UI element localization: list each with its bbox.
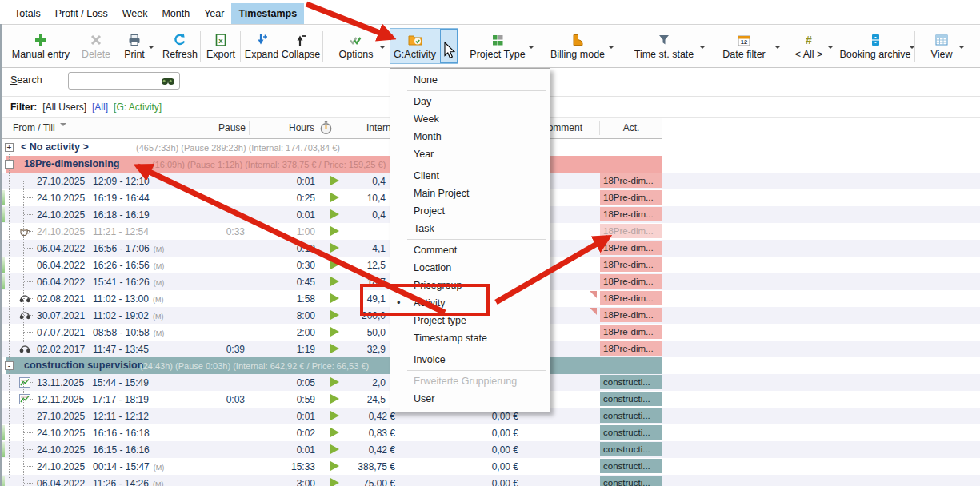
svg-text:#: # — [806, 34, 812, 46]
activity-badge: constructi... — [600, 442, 662, 456]
internal-value: 75,00 € — [315, 478, 395, 486]
menu-item-user[interactable]: User — [390, 390, 550, 408]
column-header-from-till[interactable]: From / Till — [13, 122, 66, 133]
booking-archive-button[interactable]: Booking archive — [835, 28, 915, 64]
date-filter-label: Date filter — [722, 49, 766, 60]
expand-label: Expand — [245, 49, 278, 60]
group-label: 18Pre-dimensioning — [24, 158, 119, 169]
menu-item-day[interactable]: Day — [390, 93, 550, 110]
menu-item-week[interactable]: Week — [390, 110, 550, 128]
timestamp-date-time: 24.10.2025 00:14 - 15:47 (M) — [37, 461, 164, 472]
filter-grouping[interactable]: [G: Activity] — [114, 102, 162, 113]
tab-profit-loss[interactable]: Profit / Loss — [48, 3, 115, 24]
tree-line — [9, 147, 10, 478]
column-header-pause[interactable]: Pause — [184, 122, 246, 133]
timestamp-date-time: 06.04.2022 15:41 - 16:26 (M) — [37, 277, 164, 288]
tree-stub — [24, 197, 34, 198]
timestamp-row[interactable]: 24.10.2025 16:16 - 16:180:020,83 €0,00 €… — [0, 424, 980, 441]
number-filter-button[interactable]: # < All > — [784, 28, 834, 64]
print-button[interactable]: Print — [114, 28, 154, 64]
timestamp-date-time: 24.10.2025 16:19 - 16:44 — [37, 193, 150, 204]
menu-item-project[interactable]: Project — [390, 202, 550, 220]
manual-entry-button[interactable]: Manual entry — [5, 28, 77, 64]
menu-item-comment[interactable]: Comment — [390, 241, 550, 259]
timestamp-row[interactable]: 24.10.2025 16:15 - 16:160:010,42 €0,00 €… — [0, 441, 980, 458]
table-header: From / Till Pause Hours Internal Comment… — [0, 118, 662, 139]
collapse-button[interactable]: Collapse — [282, 28, 320, 64]
hours-value: 0:02 — [254, 428, 315, 439]
timestamp-date-time: 24.10.2025 16:16 - 16:18 — [37, 428, 150, 439]
tab-year[interactable]: Year — [197, 3, 231, 24]
filter-users[interactable]: [All Users] — [42, 102, 86, 113]
menu-item-year[interactable]: Year — [390, 145, 550, 163]
menu-item-task[interactable]: Task — [390, 220, 550, 237]
headset-icon — [19, 344, 31, 357]
coffee-icon — [19, 226, 32, 239]
tab-totals[interactable]: Totals — [7, 3, 48, 24]
search-input[interactable] — [71, 74, 162, 90]
collapse-icon[interactable]: - — [5, 160, 14, 169]
tab-week[interactable]: Week — [115, 3, 155, 24]
hash-icon: # — [802, 33, 816, 47]
view-button[interactable]: View — [918, 28, 965, 64]
toolbar-separator — [322, 31, 323, 62]
column-header-act[interactable]: Act. — [600, 122, 662, 133]
menu-item-label: Pricegroup — [414, 280, 462, 291]
refresh-button[interactable]: Refresh — [162, 28, 198, 64]
play-icon[interactable] — [330, 226, 339, 236]
tab-timestamps[interactable]: Timestamps — [231, 3, 304, 24]
folder-check-icon — [407, 33, 423, 47]
group-label: < No activity > — [21, 141, 89, 153]
internal-value: 0,4 — [315, 209, 386, 221]
column-header-hours[interactable]: Hours — [256, 122, 314, 133]
double-check-icon — [348, 33, 364, 47]
hours-value: 0:01 — [254, 209, 315, 221]
menu-item-label: Client — [414, 170, 439, 181]
menu-item-activity[interactable]: •Activity — [390, 294, 550, 312]
menu-item-location[interactable]: Location — [390, 259, 550, 277]
timestamp-row[interactable]: 24.10.2025 00:14 - 15:47 (M)15:33388,75 … — [0, 458, 980, 475]
tab-month[interactable]: Month — [154, 3, 197, 24]
menu-item-project-type[interactable]: Project type — [390, 312, 550, 329]
menu-item-label: Erweiterte Gruppierung — [414, 376, 517, 387]
menu-separator — [407, 370, 546, 371]
grouping-activity-dropdown-button[interactable] — [440, 29, 458, 63]
project-type-button[interactable]: Project Type — [461, 28, 534, 64]
collapse-icon[interactable]: - — [5, 361, 14, 370]
date-filter-button[interactable]: 12 Date filter — [707, 28, 781, 64]
menu-item-main-project[interactable]: Main Project — [390, 185, 550, 202]
timestamp-row[interactable]: 06.04.2022 11:26 - 14:26 (M)3:0075,00 €0… — [0, 475, 980, 486]
menu-item-client[interactable]: Client — [390, 167, 550, 185]
manual-flag: (M) — [149, 296, 164, 304]
selected-bullet-icon: • — [397, 294, 401, 312]
menu-item-none[interactable]: None — [390, 71, 550, 89]
tree-stub — [24, 466, 34, 467]
menu-item-timestamp-state[interactable]: Timestamp state — [390, 329, 550, 347]
menu-item-pricegroup[interactable]: Pricegroup — [390, 277, 550, 294]
filter-all[interactable]: [All] — [92, 102, 108, 113]
export-button[interactable]: x Export — [203, 28, 238, 64]
menu-separator — [407, 90, 546, 91]
grouping-activity-button[interactable]: G:Activity — [390, 28, 458, 64]
expand-arrow-icon — [254, 33, 269, 47]
menu-item-label: User — [414, 393, 434, 404]
search-box[interactable] — [68, 72, 180, 90]
expand-icon[interactable]: + — [5, 143, 14, 152]
expand-button[interactable]: Expand — [243, 28, 280, 64]
timestamp-date-time: 27.10.2025 12:11 - 12:12 — [37, 411, 149, 422]
timestamp-date-time: 12.11.2025 17:17 - 18:19 — [37, 394, 149, 405]
collapse-arrow-icon — [294, 33, 308, 47]
menu-item-invoice[interactable]: Invoice — [390, 351, 550, 368]
pause-value: 0:03 — [192, 394, 245, 405]
tree-stub — [24, 332, 34, 333]
options-button[interactable]: Options — [326, 28, 386, 64]
menu-item-label: Location — [414, 262, 451, 273]
time-state-filter-button[interactable]: Time st. state — [622, 28, 706, 64]
billing-mode-button[interactable]: Billing mode — [541, 28, 614, 64]
column-separator — [662, 121, 662, 135]
hours-value: 3:00 — [254, 478, 315, 486]
menu-item-month[interactable]: Month — [390, 128, 550, 145]
activity-badge: 18Pre-dim... — [600, 190, 662, 205]
svg-text:12: 12 — [741, 38, 747, 46]
billing-icon — [570, 33, 585, 47]
